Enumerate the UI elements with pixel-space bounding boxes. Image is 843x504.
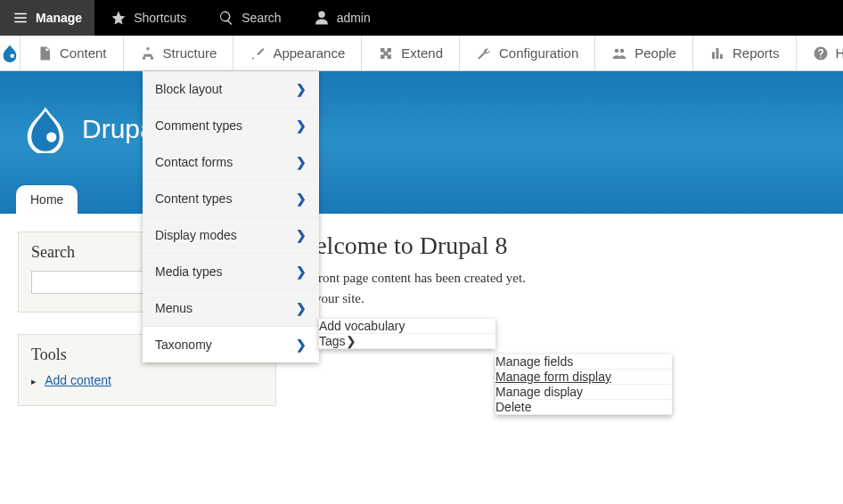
body-line-2: ing your site. <box>294 291 825 306</box>
chevron-right-icon: ❯ <box>296 191 307 206</box>
menu-label: Content types <box>155 191 232 206</box>
menu-content-types[interactable]: Content types❯ <box>143 181 319 217</box>
svg-point-1 <box>46 132 56 142</box>
bullet-icon: ▸ <box>31 376 37 386</box>
tags-submenu: Manage fields Manage form display Manage… <box>495 354 672 415</box>
search-label: Search <box>241 11 281 25</box>
menu-label: Manage form display <box>495 370 611 384</box>
tab-people[interactable]: People <box>595 36 693 70</box>
menu-media-types[interactable]: Media types❯ <box>143 254 319 290</box>
tab-content[interactable]: Content <box>20 36 124 70</box>
menu-label: Block layout <box>155 82 222 96</box>
shortcuts-label: Shortcuts <box>134 11 186 25</box>
top-toolbar: Manage Shortcuts Search admin <box>0 0 843 36</box>
tab-label: Extend <box>401 45 443 61</box>
tab-configuration[interactable]: Configuration <box>460 36 595 70</box>
menu-label: Delete <box>495 400 531 414</box>
tab-structure[interactable]: Structure <box>124 36 234 70</box>
tab-label: Configuration <box>499 45 578 61</box>
tab-label: Content <box>60 45 107 61</box>
menu-label: Contact forms <box>155 155 233 169</box>
tab-label: Help <box>836 45 844 61</box>
user-icon <box>314 10 330 26</box>
home-tab-label: Home <box>30 192 63 207</box>
user-label: admin <box>337 11 371 25</box>
user-button[interactable]: admin <box>298 0 387 36</box>
chevron-right-icon: ❯ <box>346 334 356 348</box>
page-title: Welcome to Drupal 8 <box>294 232 825 260</box>
svg-point-0 <box>10 53 14 58</box>
search-button[interactable]: Search <box>202 0 297 36</box>
site-header: Drupal 8 Home <box>0 71 843 214</box>
menu-label: Menus <box>155 301 192 315</box>
tab-label: People <box>634 45 676 61</box>
menu-comment-types[interactable]: Comment types❯ <box>143 108 319 144</box>
menu-label: Media types <box>155 264 222 279</box>
tab-label: Reports <box>733 45 780 61</box>
tab-extend[interactable]: Extend <box>362 36 460 70</box>
menu-label: Manage display <box>495 385 583 399</box>
menu-contact-forms[interactable]: Contact forms❯ <box>143 144 319 181</box>
menu-label: Display modes <box>155 228 237 242</box>
manage-label: Manage <box>36 11 82 25</box>
menu-manage-fields[interactable]: Manage fields <box>495 354 672 370</box>
chevron-right-icon: ❯ <box>296 228 307 242</box>
chevron-right-icon: ❯ <box>296 82 307 96</box>
menu-label: Add vocabulary <box>319 319 405 333</box>
drupal-drop-logo <box>21 105 70 153</box>
help-icon <box>813 45 829 61</box>
chevron-right-icon: ❯ <box>296 337 307 352</box>
drupal-logo-small[interactable] <box>0 36 20 70</box>
primary-tab-home[interactable]: Home <box>16 185 78 214</box>
tab-label: Appearance <box>273 45 345 61</box>
paintbrush-icon <box>250 45 266 61</box>
menu-delete[interactable]: Delete <box>495 400 672 415</box>
tab-label: Structure <box>163 45 217 61</box>
structure-dropdown: Block layout❯ Comment types❯ Contact for… <box>143 71 319 362</box>
shortcuts-button[interactable]: Shortcuts <box>94 0 202 36</box>
menu-display-modes[interactable]: Display modes❯ <box>143 217 319 254</box>
chevron-right-icon: ❯ <box>296 118 307 133</box>
people-icon <box>611 45 627 61</box>
menu-label: Comment types <box>155 118 242 133</box>
document-icon <box>37 45 53 61</box>
hierarchy-icon <box>140 45 156 61</box>
search-icon <box>218 10 234 26</box>
drupal-drop-icon <box>0 44 20 63</box>
menu-manage-display[interactable]: Manage display <box>495 385 672 400</box>
admin-menu: Content Structure Appearance Extend Conf… <box>0 36 843 71</box>
menu-add-vocabulary[interactable]: Add vocabulary <box>319 319 495 334</box>
puzzle-icon <box>378 45 394 61</box>
manage-button[interactable]: Manage <box>0 0 94 36</box>
star-icon <box>110 10 127 26</box>
hamburger-icon <box>12 10 29 26</box>
tab-appearance[interactable]: Appearance <box>233 36 362 70</box>
tab-help[interactable]: Help <box>797 36 844 70</box>
menu-manage-form-display[interactable]: Manage form display <box>495 370 672 385</box>
chevron-right-icon: ❯ <box>296 264 307 279</box>
menu-label: Taxonomy <box>155 337 212 352</box>
body-line-1: No front page content has been created y… <box>294 271 825 286</box>
menu-label: Tags <box>319 334 346 348</box>
menu-label: Manage fields <box>495 354 573 369</box>
menu-taxonomy[interactable]: Taxonomy❯ <box>143 327 319 362</box>
chevron-right-icon: ❯ <box>296 155 307 169</box>
chevron-right-icon: ❯ <box>296 301 307 315</box>
menu-menus[interactable]: Menus❯ <box>143 290 319 327</box>
menu-tags[interactable]: Tags❯ <box>319 334 495 349</box>
menu-block-layout[interactable]: Block layout❯ <box>143 71 319 108</box>
wrench-icon <box>476 45 492 61</box>
bar-chart-icon <box>709 45 725 61</box>
tab-reports[interactable]: Reports <box>693 36 797 70</box>
taxonomy-submenu: Add vocabulary Tags❯ <box>319 319 495 349</box>
add-content-link[interactable]: Add content <box>45 373 111 387</box>
